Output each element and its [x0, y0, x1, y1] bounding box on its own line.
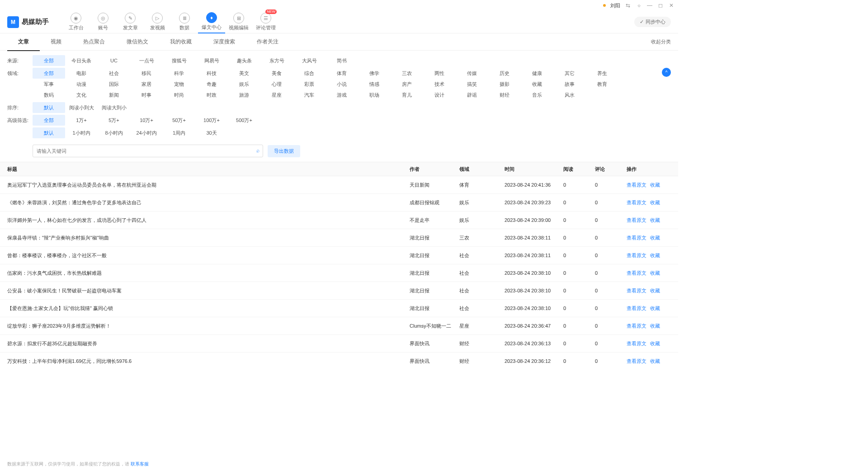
search-icon[interactable]: ⌕ — [256, 147, 259, 154]
opt-30天[interactable]: 30天 — [195, 127, 228, 138]
opt-8小时内[interactable]: 8小时内 — [98, 127, 130, 138]
view-link[interactable]: 查看原文 — [627, 247, 646, 264]
tab-作者关注[interactable]: 作者关注 — [246, 33, 289, 51]
opt-1万+[interactable]: 1万+ — [65, 115, 98, 126]
opt-传媒[interactable]: 传媒 — [456, 68, 488, 79]
opt-体育[interactable]: 体育 — [326, 68, 358, 79]
opt-全部[interactable]: 全部 — [33, 55, 65, 66]
opt-心理[interactable]: 心理 — [260, 79, 293, 89]
cell-title[interactable]: 保康县寺坪镇："辣"产业奏响乡村振兴"椒"响曲 — [7, 229, 410, 246]
opt-时政[interactable]: 时政 — [195, 89, 228, 100]
opt-24小时内[interactable]: 24小时内 — [130, 127, 163, 138]
opt-彩票[interactable]: 彩票 — [293, 79, 326, 89]
opt-财经[interactable]: 财经 — [488, 89, 521, 100]
fav-link[interactable]: 收藏 — [650, 300, 660, 317]
collapse-categories[interactable]: 收起分类 — [651, 38, 671, 45]
tab-视频[interactable]: 视频 — [40, 33, 72, 51]
opt-情感[interactable]: 情感 — [358, 79, 391, 89]
opt-小说[interactable]: 小说 — [326, 79, 358, 89]
cell-title[interactable]: 奥运冠军丁宁入选亚奥理事会运动员委员会名单，将在杭州亚运会期 — [7, 176, 410, 193]
view-link[interactable]: 查看原文 — [627, 352, 646, 364]
fav-link[interactable]: 收藏 — [650, 194, 660, 211]
view-link[interactable]: 查看原文 — [627, 212, 646, 229]
opt-默认[interactable]: 默认 — [33, 102, 65, 113]
view-link[interactable]: 查看原文 — [627, 300, 646, 317]
tab-我的收藏[interactable]: 我的收藏 — [159, 33, 203, 51]
view-link[interactable]: 查看原文 — [627, 317, 646, 334]
opt-娱乐[interactable]: 娱乐 — [228, 79, 260, 89]
fav-link[interactable]: 收藏 — [650, 352, 660, 364]
opt-综合[interactable]: 综合 — [293, 68, 326, 79]
nav-发文章[interactable]: ✎发文章 — [117, 10, 144, 33]
opt-军事[interactable]: 军事 — [33, 79, 65, 89]
opt-UC[interactable]: UC — [98, 55, 130, 66]
opt-星座[interactable]: 星座 — [260, 89, 293, 100]
opt-家居[interactable]: 家居 — [130, 79, 163, 89]
opt-科学[interactable]: 科学 — [163, 68, 195, 79]
nav-工作台[interactable]: ◉工作台 — [62, 10, 90, 33]
view-link[interactable]: 查看原文 — [627, 176, 646, 193]
opt-科技[interactable]: 科技 — [195, 68, 228, 79]
opt-简书[interactable]: 简书 — [326, 55, 358, 66]
view-link[interactable]: 查看原文 — [627, 229, 646, 246]
fav-link[interactable]: 收藏 — [650, 212, 660, 229]
opt-电影[interactable]: 电影 — [65, 68, 98, 79]
nav-视频编辑[interactable]: ⊞视频编辑 — [225, 10, 252, 33]
opt-文化[interactable]: 文化 — [65, 89, 98, 100]
opt-东方号[interactable]: 东方号 — [260, 55, 293, 66]
opt-养生[interactable]: 养生 — [586, 68, 618, 79]
view-link[interactable]: 查看原文 — [627, 194, 646, 211]
opt-游戏[interactable]: 游戏 — [326, 89, 358, 100]
close-icon[interactable]: ✕ — [668, 2, 675, 9]
search-input[interactable] — [33, 145, 263, 157]
opt-育儿[interactable]: 育儿 — [391, 89, 423, 100]
opt-社会[interactable]: 社会 — [98, 68, 130, 79]
fav-link[interactable]: 收藏 — [650, 282, 660, 299]
opt-今日头条[interactable]: 今日头条 — [65, 55, 98, 66]
opt-摄影[interactable]: 摄影 — [488, 79, 521, 89]
opt-10万+[interactable]: 10万+ — [130, 115, 163, 126]
opt-其它[interactable]: 其它 — [553, 68, 586, 79]
nav-发视频[interactable]: ▷发视频 — [144, 10, 171, 33]
opt-新闻[interactable]: 新闻 — [98, 89, 130, 100]
opt-佛学[interactable]: 佛学 — [358, 68, 391, 79]
settings-icon[interactable]: ⇆ — [625, 2, 631, 9]
nav-评论管理[interactable]: ☰评论管理NEW — [252, 10, 279, 33]
app-logo[interactable]: M 易媒助手 — [7, 16, 49, 28]
opt-设计[interactable]: 设计 — [423, 89, 456, 100]
opt-技术[interactable]: 技术 — [423, 79, 456, 89]
nav-账号[interactable]: ◎账号 — [90, 10, 117, 33]
opt-旅游[interactable]: 旅游 — [228, 89, 260, 100]
opt-美食[interactable]: 美食 — [260, 68, 293, 79]
opt-网易号[interactable]: 网易号 — [195, 55, 228, 66]
view-link[interactable]: 查看原文 — [627, 282, 646, 299]
opt-500万+[interactable]: 500万+ — [228, 115, 260, 126]
opt-宠物[interactable]: 宠物 — [163, 79, 195, 89]
cell-title[interactable]: 【爱在恩施·土家女儿会】玩"你比我猜" 赢同心锁 — [7, 300, 410, 317]
export-button[interactable]: 导出数据 — [268, 145, 300, 157]
tab-微信热文[interactable]: 微信热文 — [116, 33, 159, 51]
opt-阅读大到小[interactable]: 阅读大到小 — [98, 102, 130, 113]
cell-title[interactable]: 碧水源：拟发行不超35亿元超短期融资券 — [7, 335, 410, 352]
cell-title[interactable]: 曾都：楼事楼议，楼事楼办，这个社区不一般 — [7, 247, 410, 264]
opt-奇趣[interactable]: 奇趣 — [195, 79, 228, 89]
opt-阅读小到大[interactable]: 阅读小到大 — [65, 102, 98, 113]
opt-两性[interactable]: 两性 — [423, 68, 456, 79]
cell-title[interactable]: 崇洋媚外第一人，林心如在七夕的发言，成功恶心到了十四亿人 — [7, 212, 410, 229]
nav-爆文中心[interactable]: ♦爆文中心 — [198, 10, 225, 33]
opt-汽车[interactable]: 汽车 — [293, 89, 326, 100]
opt-动漫[interactable]: 动漫 — [65, 79, 98, 89]
opt-大风号[interactable]: 大风号 — [293, 55, 326, 66]
opt-移民[interactable]: 移民 — [130, 68, 163, 79]
opt-数码[interactable]: 数码 — [33, 89, 65, 100]
opt-美文[interactable]: 美文 — [228, 68, 260, 79]
opt-1周内[interactable]: 1周内 — [163, 127, 195, 138]
opt-1小时内[interactable]: 1小时内 — [65, 127, 98, 138]
view-link[interactable]: 查看原文 — [627, 264, 646, 282]
cell-title[interactable]: 《燃冬》来蓉路演，刘昊然：通过角色学会了更多地表达自己 — [7, 194, 410, 211]
opt-历史[interactable]: 历史 — [488, 68, 521, 79]
opt-5万+[interactable]: 5万+ — [98, 115, 130, 126]
opt-时事[interactable]: 时事 — [130, 89, 163, 100]
opt-搜狐号[interactable]: 搜狐号 — [163, 55, 195, 66]
fav-link[interactable]: 收藏 — [650, 335, 660, 352]
